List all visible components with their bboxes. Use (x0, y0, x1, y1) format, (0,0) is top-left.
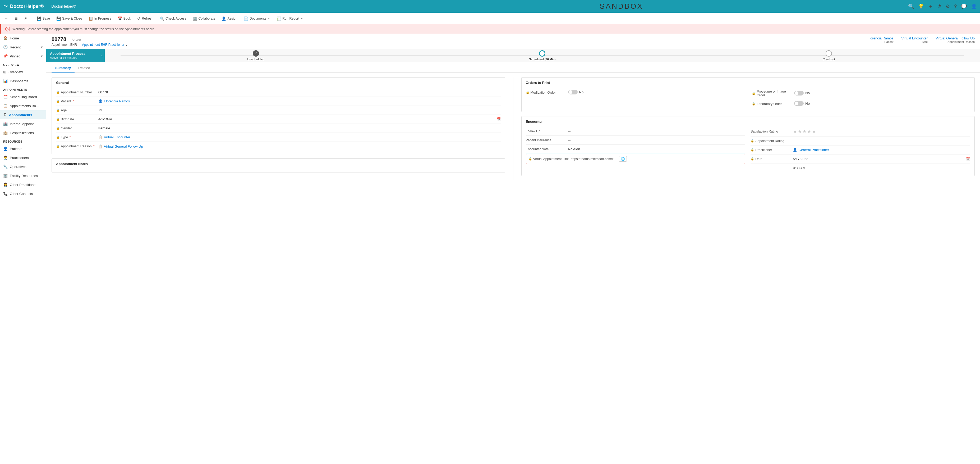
field-encounter-note: Encounter Note No Alert (526, 145, 746, 154)
documents-button[interactable]: 📄 Documents ▼ (241, 15, 273, 22)
star-5[interactable]: ★ (812, 129, 816, 134)
refresh-label: Refresh (142, 17, 153, 21)
globe-button[interactable]: 🌐 (619, 156, 627, 162)
orders-section: Orders to Print 🔒 Medication Order (521, 77, 975, 112)
toggle-track-procedure[interactable] (794, 91, 804, 96)
refresh-button[interactable]: ↺ Refresh (135, 15, 156, 22)
field-value-reason[interactable]: 📋 Virtual General Follow Up (99, 144, 501, 148)
save-close-button[interactable]: 💾 Save & Close (54, 15, 85, 22)
assign-button[interactable]: 👤 Assign (219, 15, 240, 22)
check-access-button[interactable]: 🔍 Check Access (157, 15, 189, 22)
in-progress-icon: 📋 (89, 16, 93, 21)
open-button[interactable]: ↗ (21, 15, 30, 22)
record-icon-button[interactable]: ☰ (12, 15, 21, 22)
star-3[interactable]: ★ (802, 129, 807, 134)
in-progress-button[interactable]: 📋 In Progress (86, 15, 114, 22)
star-4[interactable]: ★ (807, 129, 811, 134)
field-label-appt-rating: 🔒 Appointment Rating (751, 139, 793, 143)
process-step-scheduled: Scheduled (36 Min) (399, 50, 686, 61)
sidebar-item-operatives[interactable]: 🔧 Operatives (0, 162, 46, 171)
record-subtype-link[interactable]: Appointment EHR Practitioner ∨ (82, 43, 128, 46)
user-icon[interactable]: 👤 (971, 3, 977, 9)
save-button[interactable]: 💾 Save (34, 15, 53, 22)
practitioner-name[interactable]: General Practitioner (799, 148, 829, 152)
sidebar-item-recent[interactable]: 🕐 Recent ∨ (0, 43, 46, 52)
sidebar-item-other-practitioners[interactable]: 👩‍⚕️ Other Practitioners (0, 180, 46, 189)
check-access-icon: 🔍 (160, 16, 164, 21)
satisfaction-stars[interactable]: ★ ★ ★ ★ ★ (793, 129, 970, 134)
sidebar-item-home[interactable]: 🏠 Home (0, 33, 46, 43)
field-value-type[interactable]: 📋 Virtual Encounter (99, 135, 501, 139)
sidebar-recent-label: Recent (10, 45, 21, 49)
toggle-thumb-procedure (795, 91, 799, 95)
lock-icon-patient: 🔒 (56, 99, 60, 103)
home-icon: 🏠 (3, 36, 8, 40)
toggle-label-procedure: No (805, 91, 810, 95)
reason-link-text[interactable]: Virtual General Follow Up (104, 144, 143, 148)
sidebar-item-appointments-board[interactable]: 📋 Appointments Bo... (0, 101, 46, 110)
search-icon[interactable]: 🔍 (908, 3, 914, 9)
step-circle-unscheduled: ✓ (253, 50, 259, 57)
calendar-icon-date[interactable]: 📅 (966, 157, 970, 161)
help-icon[interactable]: ? (954, 4, 957, 9)
process-step-checkout: Checkout (686, 50, 972, 61)
toggle-track-laboratory[interactable] (794, 101, 804, 106)
settings-icon[interactable]: ⚙ (946, 3, 950, 9)
patient-name-link[interactable]: Florencia Ramos (104, 99, 130, 103)
sidebar-item-other-contacts[interactable]: 📞 Other Contacts (0, 189, 46, 198)
calendar-icon-birthdate[interactable]: 📅 (496, 117, 501, 121)
toggle-track-medication[interactable] (568, 90, 578, 94)
sidebar-patients-label: Patients (10, 147, 22, 151)
sidebar-appt-board-label: Appointments Bo... (10, 104, 39, 108)
type-link-value[interactable]: Virtual Encounter (902, 36, 928, 40)
star-2[interactable]: ★ (798, 129, 802, 134)
record-header-row: 00778 - Saved Appointment EHR · Appointm… (52, 36, 975, 46)
sidebar-item-practitioners[interactable]: 👨‍⚕️ Practitioners (0, 153, 46, 162)
sidebar-item-hospitalizations[interactable]: 🏨 Hospitalizations (0, 128, 46, 137)
field-value-patient-insurance: --- (568, 138, 746, 142)
field-label-age: 🔒 Age (56, 108, 99, 112)
book-button[interactable]: 📅 Book (115, 15, 134, 22)
back-button[interactable]: ← (2, 15, 11, 22)
medication-order-toggle: No (568, 90, 584, 94)
record-id-area: 00778 - Saved Appointment EHR · Appointm… (52, 36, 128, 46)
sidebar-item-internal-appointments[interactable]: 🏥 Internal Appoint... (0, 119, 46, 128)
general-section-title: General (56, 81, 501, 85)
scheduling-board-icon: 📅 (3, 95, 8, 99)
assign-icon: 👤 (221, 16, 226, 21)
overview-section-title: Overview (0, 61, 46, 67)
sidebar-item-overview[interactable]: ⊞ Overview (0, 67, 46, 77)
step-label-checkout: Checkout (823, 58, 835, 61)
sidebar-item-scheduling-board[interactable]: 📅 Scheduling Board (0, 92, 46, 101)
lock-icon-type: 🔒 (56, 136, 60, 139)
sidebar-item-pinned[interactable]: 📌 Pinned ∨ (0, 52, 46, 61)
process-collapse-button[interactable]: ‹ (99, 49, 105, 62)
run-report-button[interactable]: 📊 Run Report ▼ (274, 15, 306, 22)
field-practitioner: 🔒 Practitioner 👤 General Practitioner (751, 145, 970, 155)
tab-summary[interactable]: Summary (52, 63, 75, 73)
sidebar-item-facility-resources[interactable]: 🏢 Facility Resources (0, 171, 46, 180)
sidebar-item-appointments[interactable]: 🗓 Appointments (0, 110, 46, 119)
step-circle-checkout (826, 50, 832, 57)
lightbulb-icon[interactable]: 💡 (918, 3, 924, 9)
encounter-section-title: Encounter (526, 120, 970, 124)
type-link-text[interactable]: Virtual Encounter (104, 135, 130, 139)
sidebar-item-patients[interactable]: 👤 Patients (0, 144, 46, 153)
dashboards-icon: 📊 (3, 79, 8, 83)
sidebar-scheduling-label: Scheduling Board (10, 95, 37, 99)
reason-link-value[interactable]: Virtual General Follow Up (935, 36, 975, 40)
sidebar-item-dashboards[interactable]: 📊 Dashboards (0, 77, 46, 85)
star-1[interactable]: ★ (793, 129, 797, 134)
required-reason: * (93, 144, 95, 148)
filter-icon[interactable]: ⚗ (937, 3, 942, 9)
field-value-patient[interactable]: 👤 Florencia Ramos (99, 99, 501, 103)
field-value-practitioner[interactable]: 👤 General Practitioner (793, 148, 970, 152)
patient-link-value[interactable]: Florencia Ramos (867, 36, 893, 40)
collaborate-button[interactable]: 🏢 Collaborate (190, 15, 218, 22)
encounter-left-fields: Follow Up --- Patient Insurance --- Enco… (526, 127, 746, 172)
add-icon[interactable]: ＋ (928, 3, 933, 10)
orders-right: 🔒 Procedure or Image Order No (752, 88, 970, 108)
right-column: Orders to Print 🔒 Medication Order (513, 77, 975, 180)
tab-related[interactable]: Related (75, 63, 94, 73)
chat-icon[interactable]: 💬 (961, 3, 967, 9)
